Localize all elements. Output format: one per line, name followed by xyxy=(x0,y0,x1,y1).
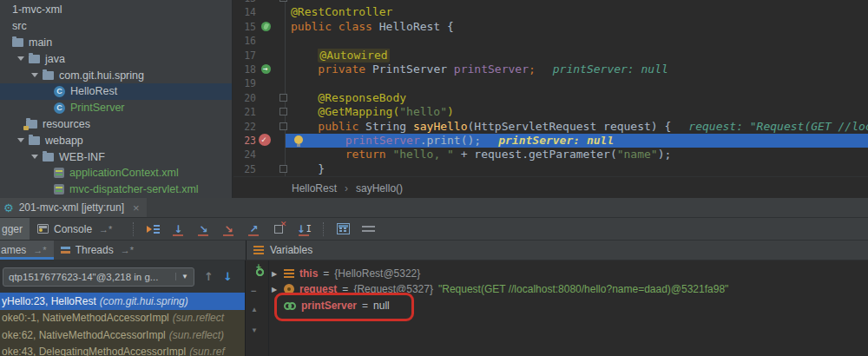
code-line-16[interactable]: 16 xyxy=(233,34,868,48)
fold-marker-icon[interactable] xyxy=(279,165,287,173)
tab-console[interactable]: Console →* xyxy=(30,218,120,240)
force-step-into-icon[interactable]: ↘ xyxy=(220,221,237,237)
variable-row-printServer[interactable]: printServer=null xyxy=(272,297,390,314)
frame-previous-icon[interactable]: ↑ xyxy=(204,270,214,283)
tree-item-src[interactable]: src xyxy=(0,18,232,35)
fold-marker-icon[interactable] xyxy=(279,94,287,102)
tree-item-label: WEB-INF xyxy=(59,151,105,163)
code-text[interactable]: printServer.print();printServer: null xyxy=(285,134,868,148)
intention-bulb-icon[interactable] xyxy=(294,135,303,144)
gutter xyxy=(256,34,285,48)
tab-debugger[interactable]: gger xyxy=(0,218,30,240)
tree-item-mvc-dispatcher-servlet-xml[interactable]: mvc-dispatcher-servlet.xml xyxy=(0,181,232,198)
tab-frames[interactable]: ames →* xyxy=(0,241,54,260)
chevron-expanded-icon[interactable] xyxy=(17,138,24,142)
run-config-tab[interactable]: ⚙ 201-mvc-xml [jetty:run] × xyxy=(0,198,147,217)
editor-lines: 1314@RestController15public class HelloR… xyxy=(233,0,868,176)
code-text[interactable] xyxy=(285,34,868,48)
fold-marker-icon[interactable] xyxy=(279,122,287,130)
tree-item-hellorest[interactable]: CHelloRest xyxy=(0,83,232,100)
run-to-cursor-glyph: ↓ xyxy=(297,224,306,234)
folder-icon xyxy=(43,71,54,80)
frame-row-0[interactable]: yHello:23, HelloRest (com.git.hui.spring… xyxy=(0,293,245,310)
evaluate-expression-icon[interactable] xyxy=(334,221,352,237)
line-number-19: 19 xyxy=(233,76,256,90)
layout-settings-icon[interactable] xyxy=(359,221,377,237)
remove-watch-icon[interactable]: − xyxy=(251,286,256,296)
tree-item-resources[interactable]: resources xyxy=(0,116,232,133)
code-text[interactable]: @GetMapping("hello") xyxy=(285,105,868,119)
breakpoint-hit-icon[interactable] xyxy=(259,134,271,146)
autowired-bean-icon[interactable] xyxy=(261,64,271,74)
tree-item-web-inf[interactable]: WEB-INF xyxy=(0,148,232,165)
tree-item-printserver[interactable]: CPrintServer xyxy=(0,100,232,116)
code-line-25[interactable]: 25 } xyxy=(233,162,868,176)
code-text[interactable]: } xyxy=(285,162,868,176)
gutter xyxy=(256,76,285,90)
gutter xyxy=(256,148,285,162)
tree-item-java[interactable]: java xyxy=(0,50,232,67)
add-watch-icon[interactable]: + xyxy=(251,267,263,276)
code-line-23[interactable]: 23 printServer.print();printServer: null xyxy=(233,134,868,148)
code-segment: printServer xyxy=(345,134,420,147)
tree-item-1-mvc-xml[interactable]: 1-mvc-xml xyxy=(0,2,232,18)
tree-item-webapp[interactable]: webapp xyxy=(0,132,232,148)
line-number-24: 24 xyxy=(233,148,256,162)
frame-next-icon[interactable]: ↓ xyxy=(223,270,233,283)
code-segment: .print(); xyxy=(420,134,481,147)
code-line-22[interactable]: 22 public String sayHello(HttpServletReq… xyxy=(233,120,868,134)
code-text[interactable] xyxy=(285,76,868,90)
variable-name: printServer xyxy=(301,300,357,312)
drop-frame-icon[interactable]: ✕ xyxy=(270,221,287,237)
thread-selector[interactable]: qtp1517677623-14"@3,218 in g... ▼ xyxy=(3,267,194,287)
code-line-19[interactable]: 19 xyxy=(233,76,868,90)
code-line-24[interactable]: 24 return "hello, " + request.getParamet… xyxy=(233,148,868,162)
code-line-20[interactable]: 20 @ResponseBody xyxy=(233,91,868,105)
fold-marker-icon[interactable] xyxy=(279,0,287,2)
code-line-18[interactable]: 18 private PrintServer printServer;print… xyxy=(233,63,868,76)
move-down-icon[interactable]: ▼ xyxy=(251,326,258,334)
frame-row-2[interactable]: oke:62, NativeMethodAccessorImpl (sun.re… xyxy=(0,326,245,344)
code-text[interactable]: private PrintServer printServer;printSer… xyxy=(285,63,868,76)
code-line-14[interactable]: 14@RestController xyxy=(233,5,868,19)
code-text[interactable]: public String sayHello(HttpServletReques… xyxy=(285,120,868,134)
step-over-icon[interactable]: ↓ xyxy=(169,221,187,237)
code-text[interactable]: @ResponseBody xyxy=(285,91,868,105)
breadcrumb-method[interactable]: sayHello() xyxy=(356,182,403,194)
breadcrumb-class[interactable]: HelloRest xyxy=(292,182,337,194)
run-to-cursor-icon[interactable]: ↓I xyxy=(295,221,312,237)
chevron-expanded-icon[interactable] xyxy=(31,73,38,77)
chevron-down-icon[interactable]: ▼ xyxy=(175,273,194,280)
chevron-expanded-icon[interactable] xyxy=(17,56,24,61)
expand-arrow-icon[interactable]: ▶ xyxy=(272,270,279,278)
code-editor[interactable]: 1314@RestController15public class HelloR… xyxy=(233,0,868,198)
tree-item-com-git-hui-spring[interactable]: com.git.hui.spring xyxy=(0,67,232,83)
step-into-icon[interactable]: ↘ xyxy=(194,221,212,237)
code-text[interactable]: @Autowired xyxy=(285,49,868,63)
drop-frame-glyph: ✕ xyxy=(280,220,287,228)
code-line-21[interactable]: 21 @GetMapping("hello") xyxy=(233,105,868,119)
chevron-expanded-icon[interactable] xyxy=(31,155,38,159)
move-up-icon[interactable]: ▲ xyxy=(251,306,258,313)
tree-item-applicationcontext-xml[interactable]: applicationContext.xml xyxy=(0,165,232,181)
folder-icon xyxy=(12,38,23,47)
show-execution-point-icon[interactable] xyxy=(144,221,161,237)
spring-bean-icon[interactable] xyxy=(261,22,271,31)
variable-row-this[interactable]: ▶this={HelloRest@5322} xyxy=(272,265,420,282)
run-tab-strip: ⚙ 201-mvc-xml [jetty:run] × xyxy=(0,198,868,218)
frame-row-3[interactable]: oke:43, DelegatingMethodAccessorImpl (su… xyxy=(0,344,245,356)
tree-item-main[interactable]: main xyxy=(0,35,232,51)
variables-header: Variables xyxy=(246,241,868,260)
step-out-icon[interactable]: ↗ xyxy=(245,221,262,237)
tab-threads[interactable]: Threads →* xyxy=(54,241,141,260)
code-text[interactable]: public class HelloRest { xyxy=(285,20,868,34)
expand-arrow-icon[interactable]: ▶ xyxy=(272,286,279,293)
variable-row-request[interactable]: ▶request={Request@5327} "Request(GET //l… xyxy=(272,280,728,298)
code-line-15[interactable]: 15public class HelloRest { xyxy=(233,20,868,34)
code-text[interactable]: @RestController xyxy=(285,5,868,19)
code-text[interactable]: return "hello, " + request.getParameter(… xyxy=(285,148,868,162)
code-line-17[interactable]: 17 @Autowired xyxy=(233,49,868,63)
close-icon[interactable]: × xyxy=(133,201,140,214)
frame-row-1[interactable]: oke0:-1, NativeMethodAccessorImpl (sun.r… xyxy=(0,310,245,327)
fold-marker-icon[interactable] xyxy=(279,108,287,115)
